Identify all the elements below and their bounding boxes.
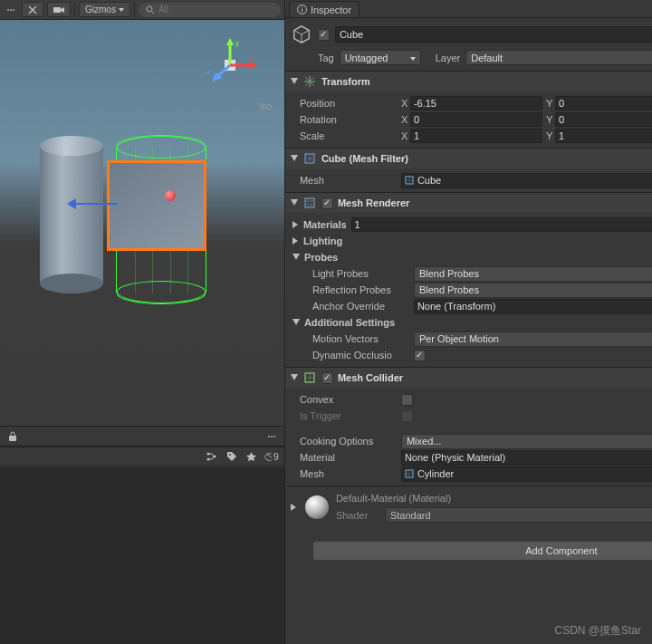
watermark: CSDN @摸鱼Star: [554, 623, 641, 639]
material-title: Default-Material (Material): [336, 493, 451, 504]
panel-menu-icon[interactable]: [264, 436, 279, 437]
gameobject-name-input[interactable]: [335, 26, 652, 43]
layer-dropdown[interactable]: Default: [465, 50, 652, 65]
scale-label: Scale: [291, 130, 398, 141]
lighting-foldout[interactable]: Lighting: [291, 233, 652, 249]
scene-view[interactable]: y x z Iso: [0, 20, 284, 427]
scale-y[interactable]: [555, 129, 652, 143]
tag-icon[interactable]: [225, 449, 239, 464]
mesh-renderer-icon: [302, 196, 317, 210]
svg-rect-19: [302, 7, 302, 8]
scene-search-input[interactable]: [158, 5, 273, 14]
reflection-probes-dropdown[interactable]: Blend Probes: [414, 283, 652, 298]
position-label: Position: [291, 98, 398, 109]
hidden-count: 9: [273, 451, 279, 462]
shader-dropdown[interactable]: Standard: [385, 507, 652, 523]
probes-foldout[interactable]: Probes: [291, 249, 652, 265]
panel-menu-icon[interactable]: [4, 9, 18, 11]
scene-light-gizmo[interactable]: [165, 190, 176, 201]
anchor-override-field[interactable]: None (Transform): [414, 299, 652, 314]
transform-icon: [302, 74, 317, 89]
tag-label: Tag: [318, 53, 334, 63]
svg-point-1: [147, 6, 152, 12]
mesh-filter-icon: [302, 151, 317, 166]
move-handle-x[interactable]: [71, 203, 118, 205]
svg-text:z: z: [206, 68, 210, 76]
material-preview-icon[interactable]: [305, 495, 329, 519]
mesh-renderer-enabled[interactable]: [321, 197, 333, 209]
gameobject-icon[interactable]: [291, 24, 312, 45]
mesh-collider-header[interactable]: Mesh Collider ?: [285, 368, 652, 388]
gameobject-header: Static Tag Untagged Layer Default: [285, 18, 652, 65]
additional-settings-foldout[interactable]: Additional Settings: [291, 314, 652, 331]
position-x[interactable]: [410, 96, 542, 111]
active-checkbox[interactable]: [318, 29, 330, 41]
svg-rect-12: [9, 436, 16, 441]
is-trigger-checkbox: [401, 410, 413, 422]
project-panel: 9: [0, 427, 284, 644]
favorite-icon[interactable]: [244, 449, 259, 464]
transform-header[interactable]: Transform ?: [285, 72, 652, 91]
mesh-filter-header[interactable]: Cube (Mesh Filter) ?: [285, 149, 652, 168]
inspector-tab-bar: Inspector: [285, 0, 652, 18]
physic-material-field[interactable]: None (Physic Material): [401, 450, 652, 466]
motion-vectors-label: Motion Vectors: [303, 333, 410, 344]
gizmos-dropdown[interactable]: Gizmos: [79, 2, 130, 17]
motion-vectors-dropdown[interactable]: Per Object Motion: [414, 332, 652, 347]
collider-mesh-label: Mesh: [291, 468, 398, 479]
is-trigger-label: Is Trigger: [291, 410, 398, 421]
dynamic-occlusion-label: Dynamic Occlusio: [303, 350, 410, 360]
camera-button[interactable]: [47, 2, 71, 17]
reflection-probes-label: Reflection Probes: [303, 284, 410, 295]
add-component-button[interactable]: Add Component: [312, 541, 652, 561]
mesh-collider-enabled[interactable]: [321, 372, 333, 384]
svg-rect-0: [53, 7, 61, 13]
svg-point-16: [229, 454, 231, 456]
materials-foldout[interactable]: Materials: [291, 216, 652, 233]
physic-material-label: Material: [291, 452, 398, 463]
materials-count[interactable]: [351, 217, 652, 232]
svg-marker-4: [226, 38, 234, 45]
tab-inspector[interactable]: Inspector: [289, 1, 360, 17]
mesh-icon: [405, 469, 414, 478]
scale-x[interactable]: [410, 129, 542, 143]
light-probes-dropdown[interactable]: Blend Probes: [414, 266, 652, 282]
rotation-y[interactable]: [555, 112, 652, 127]
rotation-x[interactable]: [410, 112, 542, 127]
collider-mesh-field[interactable]: Cylinder: [401, 466, 652, 482]
anchor-override-label: Anchor Override: [303, 301, 410, 312]
layer-label: Layer: [436, 53, 461, 63]
cooking-options-label: Cooking Options: [291, 436, 398, 447]
scene-search[interactable]: [139, 3, 281, 17]
search-icon: [146, 5, 155, 14]
lock-icon[interactable]: [5, 429, 20, 444]
visibility-icon[interactable]: 9: [264, 449, 279, 464]
rotation-label: Rotation: [291, 114, 398, 125]
cooking-options-dropdown[interactable]: Mixed...: [401, 434, 652, 449]
tag-dropdown[interactable]: Untagged: [340, 50, 421, 65]
mesh-label: Mesh: [291, 175, 398, 186]
scene-object-cube-selected[interactable]: [107, 160, 206, 251]
light-probes-label: Light Probes: [303, 268, 410, 279]
mesh-filter-mesh-field[interactable]: Cube: [401, 173, 652, 188]
shader-label: Shader: [336, 510, 379, 521]
convex-label: Convex: [291, 394, 398, 405]
svg-text:y: y: [235, 39, 239, 47]
dynamic-occlusion-checkbox[interactable]: [414, 350, 426, 361]
scene-object-cylinder[interactable]: [40, 138, 103, 292]
projection-label[interactable]: Iso: [260, 101, 272, 111]
mesh-collider-icon: [302, 370, 317, 385]
tools-button[interactable]: [22, 2, 43, 17]
position-y[interactable]: [555, 96, 652, 111]
mesh-renderer-header[interactable]: Mesh Renderer ?: [285, 193, 652, 213]
svg-rect-33: [305, 198, 314, 207]
info-icon: [297, 5, 307, 14]
mesh-icon: [405, 176, 414, 185]
hierarchy-icon[interactable]: [205, 449, 219, 464]
scene-toolbar: Gizmos: [0, 0, 284, 20]
svg-text:x: x: [250, 55, 254, 63]
orientation-gizmo[interactable]: y x z: [203, 38, 257, 92]
svg-rect-18: [302, 9, 302, 13]
material-foldout[interactable]: [291, 504, 298, 511]
convex-checkbox[interactable]: [401, 394, 413, 406]
